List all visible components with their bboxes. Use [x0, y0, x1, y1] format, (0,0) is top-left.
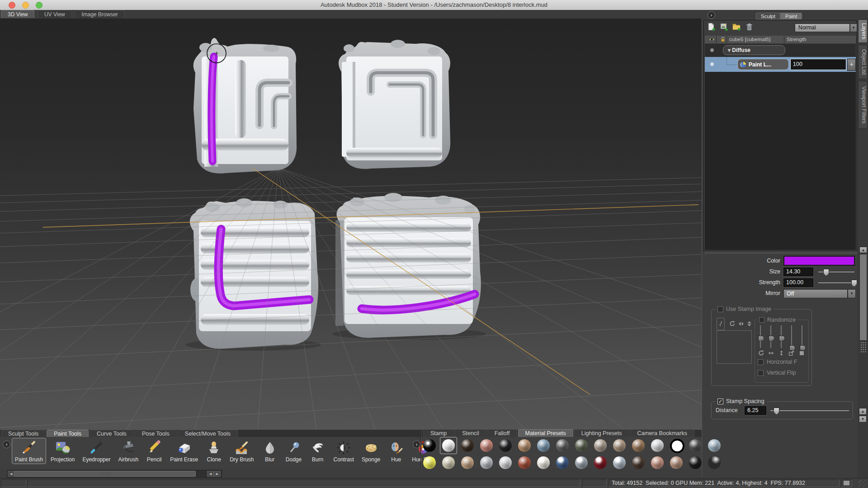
stamp-preview[interactable] — [717, 330, 752, 364]
size-field[interactable]: 14.30 — [783, 267, 813, 276]
tab-curve-tools[interactable]: Curve Tools — [90, 430, 134, 437]
side-tab-viewport-filters[interactable]: Viewport Filters — [858, 81, 868, 129]
material-preset[interactable] — [422, 438, 437, 453]
side-tab-object-list[interactable]: Object List — [858, 45, 868, 79]
panel-scroll-up-button[interactable]: ▲ — [859, 408, 867, 415]
randomize-slider-handle[interactable] — [769, 336, 774, 341]
mirror-select[interactable]: Off — [783, 289, 848, 298]
randomize-rotate-icon[interactable] — [758, 350, 764, 356]
preset-tray-expand-button[interactable]: › — [413, 441, 420, 448]
resize-grip[interactable] — [859, 480, 868, 488]
stamp-curve-button[interactable] — [717, 318, 725, 330]
layer-strength-field[interactable]: 100 — [790, 59, 846, 70]
distance-field[interactable]: 6.25 — [745, 406, 766, 415]
strength-slider[interactable] — [818, 279, 854, 286]
blend-mode-select[interactable]: Normal — [795, 23, 850, 32]
window-titlebar[interactable]: Autodesk Mudbox 2018 - Student Version -… — [0, 0, 868, 10]
tool-blur[interactable]: Blur — [259, 438, 281, 464]
scroll-up-button[interactable]: ▲ — [859, 247, 867, 253]
randomize-slider-handle[interactable] — [800, 345, 806, 351]
material-preset[interactable] — [555, 455, 570, 470]
distance-slider[interactable] — [770, 407, 849, 414]
material-preset[interactable] — [498, 455, 513, 470]
randomize-slider-handle[interactable] — [779, 336, 785, 341]
material-preset[interactable] — [422, 455, 437, 470]
material-preset[interactable] — [631, 455, 646, 470]
new-layer-from-image-icon[interactable] — [719, 22, 728, 31]
material-preset[interactable] — [669, 455, 684, 470]
scroll-left-button[interactable]: ◀ — [8, 471, 14, 477]
stamp-flip-h-icon[interactable] — [738, 321, 744, 327]
visibility-column-icon[interactable] — [708, 36, 715, 43]
layer-strength-stepper[interactable]: + — [847, 59, 856, 71]
tool-sponge[interactable]: Sponge — [359, 438, 383, 464]
group-label[interactable]: ▾ Diffuse — [723, 45, 785, 55]
size-slider[interactable] — [818, 268, 854, 276]
new-layer-group-icon[interactable] — [732, 22, 741, 31]
tool-dodge[interactable]: Dodge — [283, 438, 305, 464]
viewport-3d[interactable] — [0, 19, 702, 429]
tab-3d-view[interactable]: 3D View — [1, 10, 34, 18]
scrollbar-thumb-h[interactable] — [14, 471, 196, 477]
material-preset[interactable] — [498, 438, 513, 453]
use-stamp-image-checkbox[interactable] — [717, 306, 723, 312]
material-preset[interactable] — [517, 438, 532, 453]
panel-scroll-down-button[interactable]: ▼ — [859, 416, 867, 422]
scrollbar-thumb[interactable] — [859, 254, 867, 341]
material-preset[interactable] — [593, 438, 608, 453]
panel-expand-button[interactable]: › — [708, 11, 715, 19]
randomize-sliders[interactable] — [755, 320, 808, 352]
material-preset[interactable] — [631, 438, 646, 453]
randomize-square-icon[interactable] — [800, 351, 804, 355]
tab-sculpt[interactable]: Sculpt — [756, 13, 780, 19]
side-tab-layers[interactable]: Layers — [858, 19, 868, 43]
tab-stencil[interactable]: Stencil — [455, 429, 486, 437]
lock-column-icon[interactable] — [720, 36, 726, 42]
material-preset[interactable] — [536, 438, 551, 453]
tab-falloff[interactable]: Falloff — [487, 429, 517, 437]
tool-burn[interactable]: Burn — [307, 438, 329, 464]
tab-pose-tools[interactable]: Pose Tools — [135, 430, 177, 437]
delete-layer-icon[interactable] — [745, 22, 754, 31]
tool-paint-brush[interactable]: Paint Brush — [12, 438, 46, 464]
stamp-flip-v-icon[interactable] — [746, 321, 752, 327]
tool-contrast[interactable]: Contrast — [330, 438, 357, 464]
material-preset[interactable] — [593, 455, 608, 470]
material-preset[interactable] — [555, 438, 570, 453]
tool-eyedropper[interactable]: Eyedropper — [79, 438, 113, 464]
material-preset[interactable] — [650, 455, 665, 470]
material-preset[interactable] — [612, 455, 627, 470]
layer-group-row[interactable]: ▾ Diffuse — [705, 44, 856, 57]
paint-layer-chip[interactable]: Paint L... — [737, 59, 789, 70]
mirror-select-arrow[interactable]: ▼ — [848, 289, 856, 298]
material-preset[interactable] — [460, 455, 475, 470]
tool-pencil[interactable]: Pencil — [143, 438, 165, 464]
tool-tray-expand-button[interactable]: › — [3, 441, 10, 448]
material-preset[interactable] — [669, 438, 684, 453]
material-preset[interactable] — [479, 455, 494, 470]
layers-list-empty[interactable] — [705, 72, 856, 250]
material-preset[interactable] — [612, 438, 627, 453]
panel-grip[interactable] — [860, 342, 866, 353]
horizontal-flip-checkbox[interactable] — [758, 359, 764, 365]
size-slider-handle[interactable] — [823, 269, 829, 276]
expander-icon[interactable]: ▾ — [728, 47, 732, 53]
material-preset[interactable] — [574, 438, 589, 453]
tool-dry-brush[interactable]: Dry Brush — [226, 438, 257, 464]
tab-paint-tools[interactable]: Paint Tools — [47, 430, 89, 437]
scroll-left-button2[interactable]: ◀ — [207, 471, 214, 477]
tool-hue[interactable]: Hue — [385, 438, 407, 464]
tab-paint[interactable]: Paint — [780, 13, 802, 19]
material-preset[interactable] — [441, 455, 456, 470]
tool-airbrush[interactable]: Airbrush — [115, 438, 142, 464]
layer-visibility-dot[interactable] — [710, 48, 714, 52]
layer-visibility-dot[interactable] — [710, 62, 714, 66]
material-preset[interactable] — [688, 455, 703, 470]
tool-scrollbar[interactable]: ◀ ◀ ▶ — [7, 470, 222, 478]
new-paint-layer-icon[interactable] — [707, 22, 716, 31]
material-preset[interactable] — [536, 455, 551, 470]
randomize-slider-handle[interactable] — [758, 336, 764, 341]
material-preset[interactable] — [517, 455, 532, 470]
stamp-spacing-checkbox[interactable]: ✓ — [717, 399, 723, 404]
sculpt-mesh-top-right[interactable] — [339, 40, 450, 169]
